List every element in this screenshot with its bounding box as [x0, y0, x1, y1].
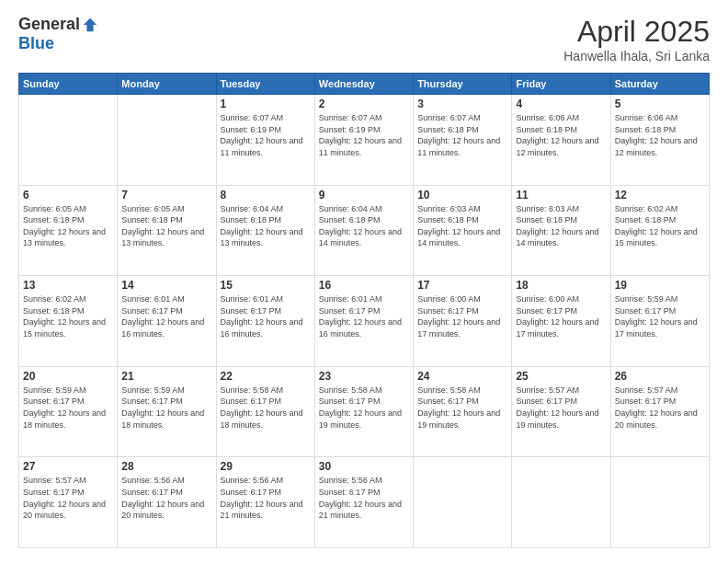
- calendar-cell: 8Sunrise: 6:04 AM Sunset: 6:18 PM Daylig…: [216, 185, 314, 276]
- day-number: 26: [615, 370, 705, 383]
- calendar-cell: 25Sunrise: 5:57 AM Sunset: 6:17 PM Dayli…: [512, 366, 610, 457]
- day-info: Sunrise: 6:07 AM Sunset: 6:18 PM Dayligh…: [417, 112, 507, 158]
- logo-text: General: [18, 15, 98, 34]
- calendar-cell: 12Sunrise: 6:02 AM Sunset: 6:18 PM Dayli…: [610, 185, 709, 276]
- calendar-day-header: Wednesday: [314, 74, 413, 95]
- day-info: Sunrise: 5:56 AM Sunset: 6:17 PM Dayligh…: [319, 475, 409, 521]
- day-number: 16: [319, 279, 409, 292]
- day-info: Sunrise: 6:03 AM Sunset: 6:18 PM Dayligh…: [516, 203, 606, 249]
- day-info: Sunrise: 6:04 AM Sunset: 6:18 PM Dayligh…: [221, 203, 311, 249]
- calendar-cell: [610, 457, 709, 548]
- day-number: 5: [615, 98, 705, 110]
- day-number: 18: [516, 279, 606, 292]
- day-number: 17: [417, 279, 507, 292]
- day-number: 1: [221, 98, 311, 110]
- day-info: Sunrise: 6:07 AM Sunset: 6:19 PM Dayligh…: [221, 112, 311, 158]
- day-number: 21: [121, 370, 211, 383]
- calendar-cell: 15Sunrise: 6:01 AM Sunset: 6:17 PM Dayli…: [216, 276, 314, 367]
- day-number: 28: [121, 460, 211, 473]
- day-info: Sunrise: 6:02 AM Sunset: 6:18 PM Dayligh…: [23, 293, 113, 339]
- day-number: 3: [417, 98, 507, 110]
- day-info: Sunrise: 5:56 AM Sunset: 6:17 PM Dayligh…: [221, 475, 311, 521]
- calendar-cell: 5Sunrise: 6:06 AM Sunset: 6:18 PM Daylig…: [610, 95, 709, 186]
- day-info: Sunrise: 5:59 AM Sunset: 6:17 PM Dayligh…: [23, 385, 113, 431]
- calendar-day-header: Friday: [512, 74, 610, 95]
- calendar-cell: 24Sunrise: 5:58 AM Sunset: 6:17 PM Dayli…: [414, 366, 512, 457]
- calendar-cell: 22Sunrise: 5:58 AM Sunset: 6:17 PM Dayli…: [216, 366, 314, 457]
- day-number: 13: [23, 279, 113, 292]
- calendar-week-row: 20Sunrise: 5:59 AM Sunset: 6:17 PM Dayli…: [19, 366, 710, 457]
- calendar-cell: [414, 457, 512, 548]
- day-number: 29: [221, 460, 311, 473]
- subtitle: Hanwella Ihala, Sri Lanka: [563, 49, 710, 63]
- day-number: 8: [221, 189, 311, 201]
- calendar-cell: 21Sunrise: 5:59 AM Sunset: 6:17 PM Dayli…: [118, 366, 216, 457]
- day-info: Sunrise: 6:06 AM Sunset: 6:18 PM Dayligh…: [615, 112, 705, 158]
- day-info: Sunrise: 6:05 AM Sunset: 6:18 PM Dayligh…: [121, 203, 211, 249]
- calendar-cell: 16Sunrise: 6:01 AM Sunset: 6:17 PM Dayli…: [314, 276, 413, 367]
- day-number: 15: [221, 279, 311, 292]
- day-info: Sunrise: 6:03 AM Sunset: 6:18 PM Dayligh…: [417, 203, 507, 249]
- title-section: April 2025 Hanwella Ihala, Sri Lanka: [563, 15, 710, 63]
- day-number: 2: [319, 98, 409, 110]
- calendar-cell: [512, 457, 610, 548]
- calendar-day-header: Saturday: [610, 74, 709, 95]
- day-number: 19: [615, 279, 705, 292]
- day-info: Sunrise: 5:57 AM Sunset: 6:17 PM Dayligh…: [615, 385, 705, 431]
- calendar-cell: 4Sunrise: 6:06 AM Sunset: 6:18 PM Daylig…: [512, 95, 610, 186]
- logo-general-text: General: [18, 15, 80, 34]
- day-number: 14: [121, 279, 211, 292]
- page: General Blue April 2025 Hanwella Ihala, …: [0, 0, 728, 563]
- calendar-cell: 29Sunrise: 5:56 AM Sunset: 6:17 PM Dayli…: [216, 457, 314, 548]
- calendar-cell: 23Sunrise: 5:58 AM Sunset: 6:17 PM Dayli…: [314, 366, 413, 457]
- day-number: 30: [319, 460, 409, 473]
- calendar: SundayMondayTuesdayWednesdayThursdayFrid…: [18, 73, 710, 548]
- logo-blue-text: Blue: [18, 34, 54, 53]
- calendar-day-header: Tuesday: [216, 74, 314, 95]
- calendar-week-row: 6Sunrise: 6:05 AM Sunset: 6:18 PM Daylig…: [19, 185, 710, 276]
- calendar-cell: [118, 95, 216, 186]
- day-info: Sunrise: 6:01 AM Sunset: 6:17 PM Dayligh…: [319, 293, 409, 339]
- day-info: Sunrise: 6:01 AM Sunset: 6:17 PM Dayligh…: [221, 293, 311, 339]
- calendar-cell: 11Sunrise: 6:03 AM Sunset: 6:18 PM Dayli…: [512, 185, 610, 276]
- day-number: 22: [221, 370, 311, 383]
- day-info: Sunrise: 6:06 AM Sunset: 6:18 PM Dayligh…: [516, 112, 606, 158]
- calendar-cell: 3Sunrise: 6:07 AM Sunset: 6:18 PM Daylig…: [414, 95, 512, 186]
- day-info: Sunrise: 5:57 AM Sunset: 6:17 PM Dayligh…: [516, 385, 606, 431]
- month-title: April 2025: [563, 15, 710, 49]
- calendar-cell: 17Sunrise: 6:00 AM Sunset: 6:17 PM Dayli…: [414, 276, 512, 367]
- day-number: 27: [23, 460, 113, 473]
- day-number: 7: [121, 189, 211, 201]
- calendar-week-row: 27Sunrise: 5:57 AM Sunset: 6:17 PM Dayli…: [19, 457, 710, 548]
- calendar-cell: 19Sunrise: 5:59 AM Sunset: 6:17 PM Dayli…: [610, 276, 709, 367]
- calendar-cell: 27Sunrise: 5:57 AM Sunset: 6:17 PM Dayli…: [19, 457, 118, 548]
- calendar-cell: 2Sunrise: 6:07 AM Sunset: 6:19 PM Daylig…: [314, 95, 413, 186]
- calendar-week-row: 13Sunrise: 6:02 AM Sunset: 6:18 PM Dayli…: [19, 276, 710, 367]
- logo-icon: [82, 17, 98, 33]
- day-info: Sunrise: 6:00 AM Sunset: 6:17 PM Dayligh…: [417, 293, 507, 339]
- day-number: 12: [615, 189, 705, 201]
- day-info: Sunrise: 6:07 AM Sunset: 6:19 PM Dayligh…: [319, 112, 409, 158]
- day-number: 20: [23, 370, 113, 383]
- day-number: 9: [319, 189, 409, 201]
- calendar-day-header: Sunday: [19, 74, 118, 95]
- calendar-cell: 26Sunrise: 5:57 AM Sunset: 6:17 PM Dayli…: [610, 366, 709, 457]
- day-number: 6: [23, 189, 113, 201]
- day-number: 23: [319, 370, 409, 383]
- day-info: Sunrise: 6:01 AM Sunset: 6:17 PM Dayligh…: [121, 293, 211, 339]
- calendar-cell: 9Sunrise: 6:04 AM Sunset: 6:18 PM Daylig…: [314, 185, 413, 276]
- day-info: Sunrise: 5:59 AM Sunset: 6:17 PM Dayligh…: [615, 293, 705, 339]
- calendar-cell: 10Sunrise: 6:03 AM Sunset: 6:18 PM Dayli…: [414, 185, 512, 276]
- day-number: 4: [516, 98, 606, 110]
- day-info: Sunrise: 6:02 AM Sunset: 6:18 PM Dayligh…: [615, 203, 705, 249]
- day-info: Sunrise: 5:56 AM Sunset: 6:17 PM Dayligh…: [121, 475, 211, 521]
- calendar-cell: 6Sunrise: 6:05 AM Sunset: 6:18 PM Daylig…: [19, 185, 118, 276]
- day-number: 25: [516, 370, 606, 383]
- calendar-cell: 7Sunrise: 6:05 AM Sunset: 6:18 PM Daylig…: [118, 185, 216, 276]
- calendar-cell: 1Sunrise: 6:07 AM Sunset: 6:19 PM Daylig…: [216, 95, 314, 186]
- day-info: Sunrise: 5:59 AM Sunset: 6:17 PM Dayligh…: [121, 385, 211, 431]
- day-info: Sunrise: 6:00 AM Sunset: 6:17 PM Dayligh…: [516, 293, 606, 339]
- logo: General Blue: [18, 15, 98, 53]
- day-info: Sunrise: 5:58 AM Sunset: 6:17 PM Dayligh…: [319, 385, 409, 431]
- calendar-day-header: Thursday: [414, 74, 512, 95]
